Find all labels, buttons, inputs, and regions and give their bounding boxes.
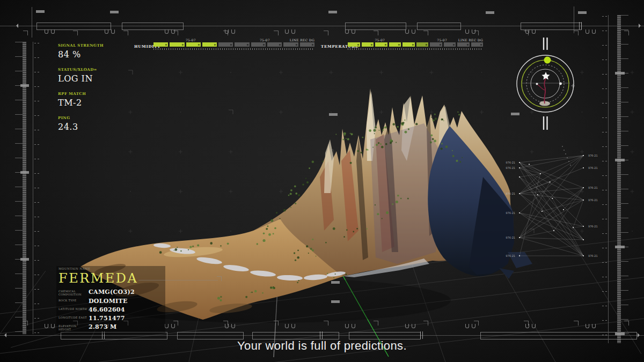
- info-row-label: LONGITUDE EAST: [58, 315, 89, 319]
- telemetry-value: 84 %: [58, 49, 104, 60]
- ruler-pair-tick: [602, 88, 604, 89]
- flag-marker: [331, 281, 340, 284]
- flag-marker: [110, 11, 119, 13]
- ruler-pair-tick: [34, 202, 36, 203]
- ruler-arrow-icon: [14, 24, 18, 28]
- ruler-wide-tick: [615, 246, 625, 248]
- compass-dashed-ring: [526, 65, 564, 102]
- ruler-pair-tick: [34, 260, 36, 261]
- u-mark-icon: [405, 324, 409, 328]
- ruler-pair-tick: [605, 320, 607, 321]
- flag-marker: [578, 11, 587, 14]
- ruler-pair-tick: [605, 88, 607, 89]
- ruler-pair-tick: [34, 101, 36, 101]
- ruler-double-tick: [320, 331, 320, 339]
- ruler-pair-tick: [38, 173, 39, 174]
- ruler-pair-tick: [602, 291, 604, 292]
- u-mark-icon: [285, 324, 289, 328]
- ruler-pair-tick: [38, 304, 39, 304]
- flag-marker: [328, 11, 337, 13]
- corner-bracket-icon: [374, 321, 378, 326]
- ruler-tick: [15, 56, 23, 57]
- telemetry-item: PING 24.3: [58, 115, 104, 132]
- info-panel: MOUNTAIN NAME FERMEDA CHEMICAL COMPOSITI…: [56, 266, 165, 334]
- ruler-tick: [621, 189, 628, 189]
- ruler-tick: [15, 187, 23, 187]
- ruler-pair-tick: [38, 275, 39, 275]
- u-mark-icon: [412, 29, 415, 34]
- ruler-pair-tick: [605, 291, 607, 292]
- u-mark-icon: [345, 29, 349, 34]
- ruler-tick: [621, 102, 628, 102]
- meter-segment: [389, 42, 401, 47]
- meter-tick-labels: 75-07 75-07 LINE REC DG: [153, 38, 314, 42]
- u-mark-icon: [472, 29, 475, 34]
- meter-ruler: [348, 48, 483, 50]
- u-mark-icon: [412, 324, 415, 328]
- hud-stage: SIGNAL STRENGTH 84 % STATUS/XLOAD= LOG I…: [0, 0, 644, 362]
- ruler-pair-tick: [605, 132, 607, 132]
- ruler-tick: [621, 15, 628, 16]
- ruler-box: [417, 23, 461, 30]
- ruler-arrow-icon: [2, 333, 6, 337]
- ruler-pair-tick: [605, 45, 607, 46]
- ruler-pair-tick: [605, 74, 607, 75]
- compass-green-dot: [544, 57, 551, 64]
- meter-tick-label: LINE REC DG: [458, 38, 483, 42]
- info-row-label: CHEMICAL COMPOSITION: [58, 289, 89, 296]
- ruler-tick: [621, 58, 628, 59]
- ruler-tick: [15, 129, 23, 129]
- telemetry-item: SIGNAL STRENGTH 84 %: [58, 43, 104, 60]
- ruler-tick: [15, 230, 23, 231]
- ruler-tick: [15, 331, 23, 332]
- temperature-meter: TEMPERATURE 75-07 75-07 LINE REC DG: [321, 38, 487, 56]
- mesh-node-label: 976-21: [506, 192, 515, 195]
- mesh-node-label: 976-21: [588, 186, 598, 189]
- ruler-tick: [621, 290, 628, 291]
- ruler-double-tick: [420, 331, 421, 339]
- meter-segment: [283, 42, 298, 47]
- ruler-pair-tick: [38, 246, 39, 246]
- u-mark-icon: [465, 324, 469, 328]
- ruler-tick: [621, 261, 628, 262]
- ruler-pair-tick: [38, 202, 39, 203]
- u-mark-icon: [285, 29, 289, 34]
- corner-bracket-icon: [274, 321, 279, 326]
- ruler-tick: [15, 317, 23, 317]
- flag-marker: [329, 113, 338, 116]
- ruler-double-tick: [322, 331, 323, 339]
- telemetry-label: RPF MATCH: [58, 91, 104, 96]
- ruler-tick: [621, 116, 628, 117]
- corner-bracket-icon: [23, 321, 28, 326]
- ruler-double-tick: [422, 331, 423, 339]
- meter-segment: [416, 42, 429, 47]
- ruler-tick: [621, 174, 628, 175]
- corner-bracket-icon: [23, 31, 28, 35]
- u-mark-icon: [45, 29, 48, 34]
- corner-bracket-icon: [324, 321, 328, 326]
- ruler-vertical-line: [32, 7, 32, 38]
- ruler-tick: [15, 100, 23, 100]
- u-mark-icon: [165, 324, 169, 328]
- meter-segment: [218, 42, 233, 47]
- ruler-box: [122, 23, 184, 30]
- ruler-wide-tick: [20, 171, 29, 174]
- telemetry-value: TM-2: [58, 98, 104, 108]
- meter-ruler: [153, 48, 314, 50]
- meter-segment: [457, 42, 470, 47]
- info-row: ROCK TYPE DOLOMITE: [58, 298, 163, 305]
- ruler-pair-tick: [34, 130, 36, 130]
- u-mark-icon: [51, 29, 55, 34]
- info-row: ELEVATION HEIGHT 2.873 M: [58, 323, 163, 331]
- u-mark-icon: [405, 29, 409, 34]
- ruler-pair-tick: [38, 289, 39, 290]
- ruler-pair-tick: [605, 60, 607, 60]
- info-row-label: ROCK TYPE: [58, 298, 89, 302]
- ruler-pair-tick: [602, 132, 604, 132]
- info-row-label: ELEVATION HEIGHT: [58, 323, 89, 331]
- mesh-node-label: 976-21: [506, 211, 515, 215]
- mesh-node-label: 976-21: [588, 154, 598, 157]
- u-mark-icon: [171, 324, 175, 328]
- corner-bracket-icon: [374, 31, 378, 35]
- ruler-pair-tick: [38, 57, 39, 58]
